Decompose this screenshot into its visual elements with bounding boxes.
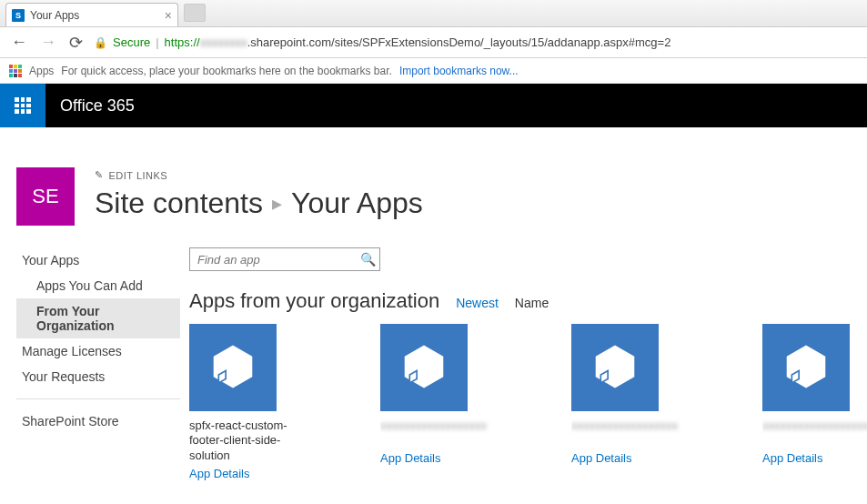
search-icon[interactable]: 🔍 — [360, 252, 376, 267]
search-box[interactable]: 🔍 — [189, 247, 380, 271]
app-launcher-button[interactable] — [0, 84, 45, 127]
app-title: xxxxxxxxxxxxxxxxxx — [762, 418, 867, 448]
nav-divider — [16, 398, 180, 399]
app-card: xxxxxxxxxxxxxxxxxx App Details — [571, 324, 699, 480]
address-bar: ← → ⟳ 🔒 Secure | https://xxxxxxxx.sharep… — [0, 27, 867, 58]
browser-tabs: S Your Apps × — [0, 0, 867, 27]
nav-sharepoint-store[interactable]: SharePoint Store — [16, 408, 180, 434]
sort-name[interactable]: Name — [515, 296, 549, 310]
nav-apps-you-can-add[interactable]: Apps You Can Add — [16, 273, 180, 298]
tab-title: Your Apps — [30, 9, 79, 22]
app-title: spfx-react-custom-footer-client-side-sol… — [189, 418, 317, 463]
section-title: Apps from your organization — [189, 289, 439, 313]
nav-from-your-organization[interactable]: From Your Organization — [16, 298, 180, 338]
app-tile[interactable] — [762, 324, 850, 411]
url-path: .sharepoint.com/sites/SPFxExtensionsDemo… — [247, 35, 671, 49]
chevron-right-icon: ▸ — [272, 192, 282, 216]
waffle-icon — [15, 97, 31, 114]
app-details-link[interactable]: App Details — [571, 451, 631, 465]
suite-brand: Office 365 — [60, 96, 135, 116]
main-content: Your Apps Apps You Can Add From Your Org… — [0, 237, 867, 491]
app-title: xxxxxxxxxxxxxxxxxx — [380, 418, 508, 448]
sort-newest[interactable]: Newest — [456, 296, 499, 310]
edit-links-label: EDIT LINKS — [109, 170, 168, 181]
app-details-link[interactable]: App Details — [380, 451, 440, 465]
import-bookmarks-link[interactable]: Import bookmarks now... — [399, 65, 519, 77]
page-header: SE ✎ EDIT LINKS Site contents ▸ Your App… — [0, 167, 867, 237]
close-icon[interactable]: × — [165, 8, 172, 23]
url-display[interactable]: 🔒 Secure | https://xxxxxxxx.sharepoint.c… — [94, 35, 858, 49]
url-host-obscured: xxxxxxxx — [200, 35, 247, 49]
secure-label: Secure — [113, 35, 150, 49]
new-tab-button[interactable] — [184, 4, 206, 22]
bookmark-bar: Apps For quick access, place your bookma… — [0, 58, 867, 84]
app-details-link[interactable]: App Details — [762, 451, 822, 465]
app-details-link[interactable]: App Details — [189, 467, 249, 480]
breadcrumb: Site contents ▸ Your Apps — [95, 186, 423, 220]
search-input[interactable] — [197, 253, 360, 267]
section-header: Apps from your organization Newest Name — [189, 289, 867, 313]
content-area: 🔍 Apps from your organization Newest Nam… — [189, 247, 867, 480]
url-protocol: https:// — [165, 35, 200, 49]
app-card: spfx-react-custom-footer-client-side-sol… — [189, 324, 317, 480]
edit-links-button[interactable]: ✎ EDIT LINKS — [95, 169, 423, 181]
bookmark-hint: For quick access, place your bookmarks h… — [61, 65, 392, 77]
ribbon-placeholder — [0, 127, 867, 167]
app-card: xxxxxxxxxxxxxxxxxx App Details — [762, 324, 867, 480]
site-logo[interactable]: SE — [16, 167, 75, 226]
url-separator: | — [156, 35, 158, 49]
package-icon — [398, 341, 449, 395]
apps-grid: spfx-react-custom-footer-client-side-sol… — [189, 324, 867, 480]
back-button[interactable]: ← — [9, 33, 29, 52]
sharepoint-favicon: S — [12, 9, 25, 22]
nav-manage-licenses[interactable]: Manage Licenses — [16, 338, 180, 364]
lock-icon: 🔒 — [94, 36, 107, 49]
nav-your-apps[interactable]: Your Apps — [16, 247, 180, 273]
app-tile[interactable] — [380, 324, 468, 411]
forward-button[interactable]: → — [38, 33, 58, 52]
app-card: xxxxxxxxxxxxxxxxxx App Details — [380, 324, 508, 480]
package-icon — [781, 341, 832, 395]
package-icon — [207, 341, 258, 395]
app-tile[interactable] — [189, 324, 277, 411]
breadcrumb-current: Your Apps — [291, 186, 423, 220]
app-title: xxxxxxxxxxxxxxxxxx — [571, 418, 699, 448]
breadcrumb-root[interactable]: Site contents — [95, 186, 263, 220]
suite-bar: Office 365 — [0, 84, 867, 127]
apps-grid-icon[interactable] — [9, 65, 22, 77]
app-tile[interactable] — [571, 324, 659, 411]
pencil-icon: ✎ — [95, 169, 104, 181]
browser-tab[interactable]: S Your Apps × — [5, 3, 178, 26]
apps-label[interactable]: Apps — [29, 65, 54, 77]
package-icon — [590, 341, 640, 395]
reload-button[interactable]: ⟳ — [67, 33, 85, 53]
nav-your-requests[interactable]: Your Requests — [16, 364, 180, 389]
left-navigation: Your Apps Apps You Can Add From Your Org… — [16, 247, 180, 480]
